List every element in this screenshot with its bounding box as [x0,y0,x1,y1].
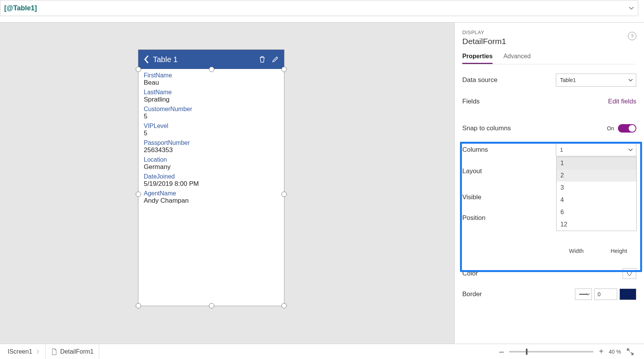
resize-handle[interactable] [281,192,287,197]
chevron-down-icon [628,78,633,82]
form-header: Table 1 [138,50,284,69]
row-border: Border 0 [462,289,636,300]
zoom-slider[interactable] [509,351,593,352]
columns-dropdown-menu: 1 2 3 4 6 12 [556,157,637,231]
breadcrumb-screen[interactable]: IScreen1 [2,344,46,359]
panel-type-label: DISPLAY [462,30,636,35]
formula-text: [@Table1] [4,4,37,12]
expand-icon[interactable] [626,348,634,356]
canvas-workspace[interactable]: Table 1 FirstName Beau LastName Spratlin… [0,22,454,344]
resize-handle[interactable] [209,67,214,72]
columns-option-6[interactable]: 6 [557,206,636,218]
zoom-level: 40 % [609,349,621,355]
chevron-down-icon [628,148,633,152]
resize-handle[interactable] [281,67,287,72]
toggle-state-label: On [607,125,614,131]
zoom-controls: – + 40 % [499,347,642,357]
zoom-out-button[interactable]: – [499,347,504,357]
row-columns: Columns 1 1 2 3 4 6 12 [462,143,636,156]
field-viplevel: VIPLevel 5 [144,123,279,137]
status-bar: IScreen1 DetailForm1 – + 40 % [0,344,644,359]
trash-icon[interactable] [259,56,266,63]
field-location: Location Germany [144,156,279,171]
formula-bar[interactable]: [@Table1] [0,0,638,16]
resize-handle[interactable] [281,303,287,308]
columns-option-3[interactable]: 3 [557,182,636,194]
resize-handle[interactable] [136,67,141,72]
panel-object-name: DetailForm1 [462,37,636,46]
tab-properties[interactable]: Properties [462,53,493,64]
file-icon [51,348,57,355]
columns-option-2[interactable]: 2 [557,169,636,182]
row-color: Color [462,268,636,279]
edit-fields-link[interactable]: Edit fields [608,98,636,105]
edit-icon[interactable] [272,56,279,63]
row-data-source: Data source Table1 [462,74,636,87]
data-source-dropdown[interactable]: Table1 [556,74,636,87]
field-datejoined: DateJoined 5/19/2019 8:00 PM [144,173,279,188]
breadcrumb-form[interactable]: DetailForm1 [46,344,99,359]
columns-option-4[interactable]: 4 [557,194,636,206]
field-customernumber: CustomerNumber 5 [144,106,279,120]
properties-panel: DISPLAY DetailForm1 ? Properties Advance… [454,22,644,344]
tab-advanced[interactable]: Advanced [503,53,531,64]
border-color-swatch[interactable] [619,289,636,300]
field-passportnumber: PassportNumber 25634353 [144,139,279,154]
zoom-in-button[interactable]: + [599,347,603,356]
detail-form[interactable]: Table 1 FirstName Beau LastName Spratlin… [138,49,284,306]
field-agentname: AgentName Andy Champan [144,190,279,205]
resize-handle[interactable] [136,192,141,197]
row-fields: Fields Edit fields [462,96,636,107]
help-icon[interactable]: ? [628,32,636,40]
chevron-right-icon [36,349,40,354]
width-height-labels: Width Height [462,248,636,254]
border-style-dropdown[interactable] [575,289,592,300]
columns-dropdown[interactable]: 1 1 2 3 4 6 12 [556,143,636,156]
snap-toggle[interactable] [618,124,636,133]
color-picker[interactable] [623,268,636,279]
panel-tabs: Properties Advanced [462,53,636,64]
border-width-input[interactable]: 0 [594,289,617,300]
chevron-down-icon[interactable] [629,5,634,11]
resize-handle[interactable] [136,303,141,308]
form-body: FirstName Beau LastName Spratling Custom… [138,69,284,210]
columns-option-12[interactable]: 12 [557,218,636,231]
columns-option-1[interactable]: 1 [557,157,636,169]
back-icon[interactable] [144,55,150,64]
row-snap-columns: Snap to columns On [462,123,636,134]
field-firstname: FirstName Beau [144,72,279,87]
form-title: Table 1 [153,55,253,64]
field-lastname: LastName Spratling [144,89,279,103]
resize-handle[interactable] [209,303,214,308]
